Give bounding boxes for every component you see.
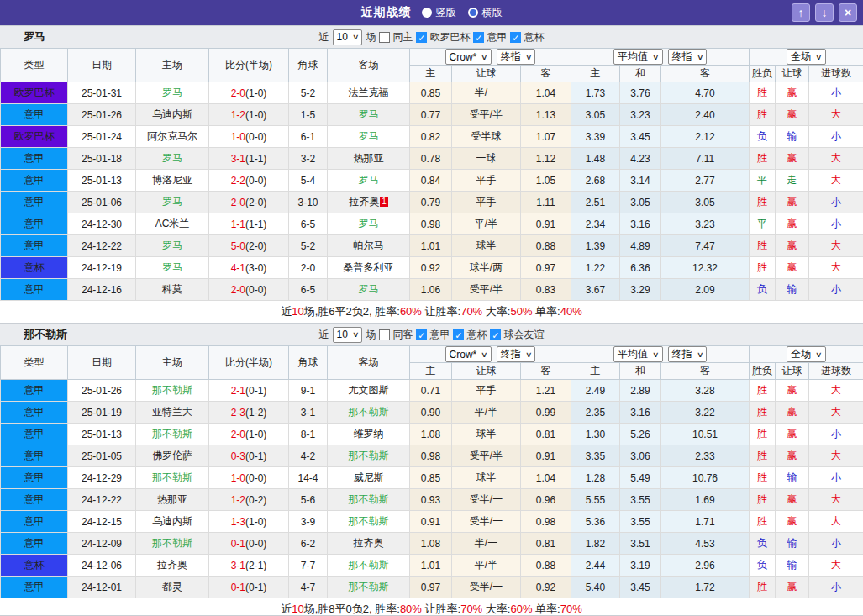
odds-home-cell: 0.91 xyxy=(410,511,452,533)
sub-header-7: 让球 xyxy=(776,363,809,380)
odds-home-cell: 0.79 xyxy=(410,192,452,213)
close-button[interactable]: × xyxy=(839,3,857,22)
average-dropdowns: 平均值∨终指∨ xyxy=(571,49,749,65)
odds-time-select[interactable]: 终指∨ xyxy=(497,346,536,362)
move-down-button[interactable]: ↓ xyxy=(815,3,834,22)
radio-layout-option-0[interactable]: 竖版 xyxy=(422,6,456,20)
checkbox-label: 意甲 xyxy=(487,30,507,45)
summary-segment: 70% xyxy=(460,305,482,318)
average-select[interactable]: 平均值∨ xyxy=(613,346,663,362)
handicap-cell: 平手 xyxy=(452,380,521,402)
fulltime-dropdown: 全场∨ xyxy=(750,49,863,65)
match-type-cell: 意甲 xyxy=(1,279,68,301)
result-wdl-cell: 胜 xyxy=(750,489,776,511)
score-cell: 2-0(1-0) xyxy=(209,82,289,104)
average-time-select[interactable]: 终指∨ xyxy=(668,49,708,65)
checkbox-league-0[interactable]: ✓欧罗巴杯 xyxy=(416,30,470,45)
match-type-cell: 意甲 xyxy=(1,235,68,257)
summary-segment: 近 xyxy=(281,603,292,615)
away-team-cell: 帕尔马 xyxy=(328,235,410,257)
score-cell: 3-1(2-1) xyxy=(209,555,289,577)
result-text: 大 xyxy=(831,493,841,505)
odds-home-cell: 0.85 xyxy=(410,82,452,104)
avg-draw-cell: 4.89 xyxy=(620,235,661,257)
bookmaker-select[interactable]: Crow*∨ xyxy=(445,49,492,65)
odds-home-cell: 0.98 xyxy=(410,213,452,235)
fulltime-select[interactable]: 全场∨ xyxy=(787,346,826,362)
checkbox-label: 意杯 xyxy=(524,30,544,45)
summary-segment: 场,胜6平2负2, 胜率: xyxy=(304,305,400,318)
avg-away-cell: 10.76 xyxy=(661,467,750,489)
odds-home-cell: 1.01 xyxy=(410,235,452,257)
arrow-down-icon: ↓ xyxy=(822,7,828,18)
result-text: 赢 xyxy=(787,87,797,98)
summary-segment: 大率: xyxy=(482,603,510,615)
fulltime-dropdown: 全场∨ xyxy=(750,346,863,362)
recent-count-select[interactable]: 10∨ xyxy=(333,29,363,45)
layout-radio-group: 竖版横版 xyxy=(422,6,503,20)
checkbox-league-0[interactable]: ✓意甲 xyxy=(416,328,450,342)
match-date-cell: 25-01-31 xyxy=(68,82,136,104)
radio-layout-option-1[interactable]: 横版 xyxy=(468,6,503,20)
avg-home-cell: 2.35 xyxy=(571,402,620,424)
match-type-cell: 意甲 xyxy=(1,467,68,489)
fulltime-select[interactable]: 全场∨ xyxy=(787,49,826,65)
checkbox-league-1[interactable]: ✓意甲 xyxy=(473,30,507,45)
halftime-score: (0-1) xyxy=(245,385,266,397)
avg-home-cell: 2.44 xyxy=(571,555,620,577)
recent-count-select[interactable]: 10∨ xyxy=(333,327,363,343)
select-value: 全场 xyxy=(791,347,811,361)
summary-segment: 40% xyxy=(560,305,582,318)
summary-segment: 让胜率: xyxy=(422,603,460,615)
checkbox-same-venue[interactable]: 同客 xyxy=(379,328,413,342)
home-team-cell: 那不勒斯 xyxy=(136,533,209,555)
fulltime-score: 2-0 xyxy=(231,87,245,99)
result-handicap-cell: 输 xyxy=(776,126,809,148)
checkbox-checked-icon: ✓ xyxy=(453,329,464,340)
halftime-score: (1-0) xyxy=(245,87,266,99)
odds-group-crown: Crow*∨终指∨ xyxy=(410,346,571,363)
halftime-score: (1-2) xyxy=(245,407,266,419)
avg-draw-cell: 3.45 xyxy=(620,126,661,148)
avg-away-cell: 2.96 xyxy=(661,555,750,577)
corner-cell: 3-1 xyxy=(289,402,328,424)
avg-draw-cell: 5.26 xyxy=(620,424,661,445)
corner-cell: 5-2 xyxy=(289,235,328,257)
sub-header-2: 客 xyxy=(521,363,571,380)
odds-time-select[interactable]: 终指∨ xyxy=(497,49,536,65)
checkbox-league-2[interactable]: ✓意杯 xyxy=(510,30,544,45)
move-up-button[interactable]: ↑ xyxy=(792,3,810,22)
home-team-name: 阿尔克马尔 xyxy=(147,130,197,142)
result-handicap-cell: 赢 xyxy=(776,148,809,170)
home-team-cell: 拉齐奥 xyxy=(136,555,209,577)
result-text: 胜 xyxy=(757,384,767,396)
match-row: 意甲24-12-22罗马5-0(2-0)5-2帕尔马1.01球半0.881.39… xyxy=(1,235,863,257)
score-cell: 5-0(2-0) xyxy=(209,235,289,257)
average-select[interactable]: 平均值∨ xyxy=(613,49,663,65)
col-header-3: 比分(半场) xyxy=(209,49,289,82)
match-type-cell: 意甲 xyxy=(1,511,68,533)
chevron-down-icon: ∨ xyxy=(525,53,533,61)
match-row: 意杯24-12-19罗马4-1(3-0)2-0桑普多利亚0.92球半/两0.97… xyxy=(1,257,863,279)
home-team-cell: 科莫 xyxy=(136,279,209,301)
home-team-name: 罗马 xyxy=(162,152,182,164)
match-row: 意甲25-01-06罗马2-0(2-0)3-10拉齐奥10.79平手1.112.… xyxy=(1,192,863,213)
odds-away-cell: 0.91 xyxy=(521,445,571,467)
select-value: 全场 xyxy=(791,50,811,64)
avg-draw-cell: 5.49 xyxy=(620,467,661,489)
avg-draw-cell: 3.45 xyxy=(620,577,661,598)
bookmaker-select[interactable]: Crow*∨ xyxy=(445,346,492,362)
select-value: 10 xyxy=(337,31,348,43)
avg-away-cell: 4.53 xyxy=(661,533,750,555)
result-text: 赢 xyxy=(787,428,797,440)
result-wdl-cell: 胜 xyxy=(750,82,776,104)
checkbox-league-1[interactable]: ✓意杯 xyxy=(453,328,487,342)
checkbox-league-2[interactable]: ✓球会友谊 xyxy=(490,328,544,342)
radio-label: 横版 xyxy=(482,6,503,20)
match-row: 意甲25-01-26那不勒斯2-1(0-1)9-1尤文图斯0.71平手1.212… xyxy=(1,380,863,402)
close-icon: × xyxy=(845,7,851,18)
average-time-select[interactable]: 终指∨ xyxy=(668,346,708,362)
checkbox-same-venue[interactable]: 同主 xyxy=(379,30,413,45)
result-handicap-cell: 赢 xyxy=(776,445,809,467)
match-type-cell: 意甲 xyxy=(1,533,68,555)
